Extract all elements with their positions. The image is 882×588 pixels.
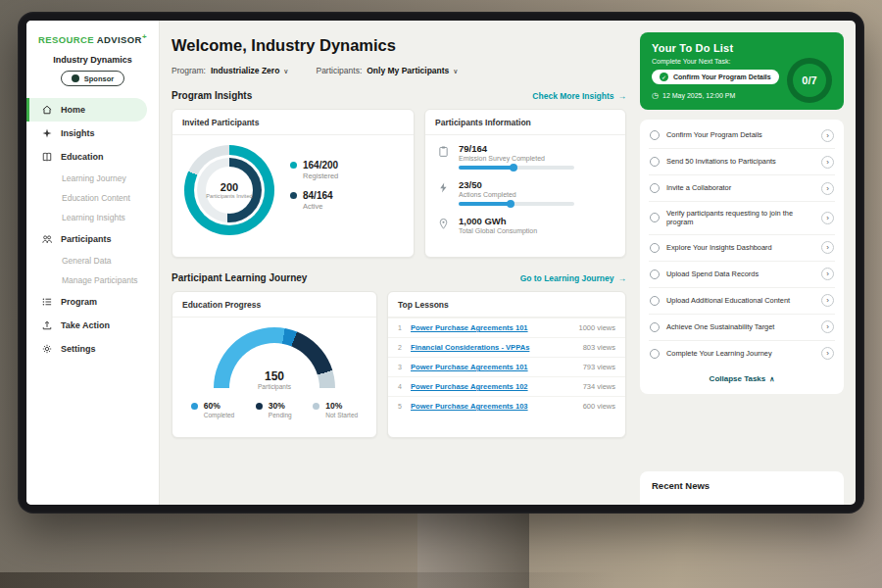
- todo-title: Your To Do List: [652, 42, 832, 54]
- go-to-learning-journey-link[interactable]: Go to Learning Journey→: [520, 273, 626, 283]
- checkbox-icon[interactable]: [650, 183, 660, 193]
- task-row[interactable]: Invite a Collaborator ›: [649, 175, 835, 202]
- sidebar-item-education[interactable]: Education: [26, 145, 159, 169]
- task-row[interactable]: Achieve One Sustainability Target ›: [649, 315, 835, 341]
- learning-journey-title: Participant Learning Journey: [172, 272, 307, 283]
- teal-dot-icon: [290, 162, 297, 169]
- gear-icon: [40, 343, 53, 356]
- sidebar-item-label: Take Action: [61, 320, 110, 330]
- donut-center-label: Participants Invited: [206, 193, 252, 200]
- sidebar-item-program[interactable]: Program: [26, 290, 159, 314]
- lesson-link[interactable]: Power Purchase Agreements 101: [411, 363, 583, 371]
- gauge-center-value: 150: [214, 369, 335, 383]
- sidebar-item-label: General Data: [62, 256, 112, 266]
- lesson-link[interactable]: Financial Considerations - VPPAs: [411, 343, 583, 352]
- invited-legend: 164/200 Registered 84/164 Active: [290, 160, 338, 220]
- sidebar-item-education-content[interactable]: Education Content: [26, 188, 159, 208]
- chevron-right-icon[interactable]: ›: [821, 182, 834, 195]
- recent-news-card: Recent News: [640, 471, 844, 505]
- chevron-right-icon[interactable]: ›: [821, 268, 834, 280]
- sidebar-item-insights[interactable]: Insights: [26, 122, 159, 145]
- sidebar-item-take-action[interactable]: Take Action: [26, 314, 159, 337]
- chevron-right-icon[interactable]: ›: [821, 241, 834, 254]
- sponsor-label: Sponsor: [84, 74, 114, 83]
- sponsor-badge[interactable]: Sponsor: [61, 71, 124, 86]
- participants-filter-value: Only My Participants: [367, 66, 449, 75]
- logo-resource: RESOURCE: [38, 34, 94, 45]
- sidebar-item-label: Learning Insights: [62, 213, 125, 222]
- org-name: Industry Dynamics: [26, 55, 159, 65]
- task-row[interactable]: Upload Additional Educational Content ›: [649, 288, 835, 315]
- pale-dot-icon: [313, 403, 319, 410]
- task-row[interactable]: Upload Spend Data Records ›: [649, 262, 835, 288]
- task-row[interactable]: Confirm Your Program Details ›: [649, 122, 835, 149]
- sidebar-item-settings[interactable]: Settings: [26, 337, 159, 361]
- program-filter-label: Program:: [172, 66, 206, 75]
- checkbox-icon[interactable]: [650, 270, 660, 279]
- chevron-right-icon[interactable]: ›: [821, 212, 834, 224]
- lesson-link[interactable]: Power Purchase Agreements 103: [411, 402, 583, 411]
- next-task-pill[interactable]: ✓ Confirm Your Program Details: [652, 70, 779, 84]
- sidebar-item-participants[interactable]: Participants: [26, 227, 159, 251]
- bolt-icon: [437, 180, 450, 195]
- chevron-down-icon: ∨: [283, 68, 288, 74]
- lesson-link[interactable]: Power Purchase Agreements 101: [411, 323, 578, 332]
- sidebar-item-general-data[interactable]: General Data: [26, 251, 159, 270]
- check-more-insights-link[interactable]: Check More Insights→: [532, 91, 626, 101]
- checkbox-icon[interactable]: [650, 296, 660, 306]
- sidebar-item-label: Manage Participants: [62, 275, 138, 285]
- app-logo: RESOURCE ADVISOR+: [26, 32, 159, 45]
- sidebar-item-label: Education Content: [62, 193, 130, 203]
- info-row-consumption: 1,000 GWh Total Global Consumption: [425, 208, 625, 236]
- lesson-row: 2 Financial Considerations - VPPAs 803 v…: [388, 337, 625, 357]
- invited-participants-card: Invited Participants 200 Participants In…: [172, 109, 415, 258]
- lesson-row: 1 Power Purchase Agreements 101 1000 vie…: [388, 318, 625, 337]
- card-title: Top Lessons: [388, 292, 625, 318]
- task-row[interactable]: Complete Your Learning Journey ›: [649, 341, 835, 367]
- blue-dot-icon: [191, 403, 198, 410]
- card-title: Invited Participants: [172, 110, 414, 135]
- clipboard-icon: [437, 144, 450, 159]
- lesson-link[interactable]: Power Purchase Agreements 102: [411, 382, 583, 391]
- collapse-tasks-link[interactable]: Collapse Tasks∧: [649, 367, 835, 392]
- lesson-row: 3 Power Purchase Agreements 101 793 view…: [388, 357, 625, 376]
- legend-active: 84/164 Active: [290, 190, 338, 211]
- logo-plus: +: [142, 32, 147, 41]
- sidebar-item-learning-insights[interactable]: Learning Insights: [26, 208, 159, 227]
- top-lessons-card: Top Lessons 1 Power Purchase Agreements …: [387, 291, 626, 438]
- task-row[interactable]: Verify participants requesting to join t…: [649, 202, 835, 235]
- task-row[interactable]: Explore Your Insights Dashboard ›: [649, 235, 835, 262]
- todo-summary-card: Your To Do List Complete Your Next Task:…: [640, 32, 844, 110]
- invited-donut-chart: 200 Participants Invited: [184, 145, 274, 235]
- program-insights-header: Program Insights Check More Insights→: [172, 90, 626, 101]
- location-pin-icon: [437, 217, 450, 231]
- checkbox-icon[interactable]: [650, 243, 660, 253]
- chevron-right-icon[interactable]: ›: [821, 294, 834, 307]
- checkbox-icon[interactable]: [650, 157, 660, 167]
- app-screen: RESOURCE ADVISOR+ Industry Dynamics Spon…: [26, 21, 856, 505]
- card-title: Education Progress: [172, 292, 376, 318]
- checkbox-icon[interactable]: [650, 130, 660, 140]
- sidebar-item-learning-journey[interactable]: Learning Journey: [26, 169, 159, 188]
- chevron-right-icon[interactable]: ›: [821, 347, 834, 360]
- sidebar-item-manage-participants[interactable]: Manage Participants: [26, 270, 159, 290]
- checkbox-icon[interactable]: [650, 349, 660, 359]
- participants-filter[interactable]: Participants:Only My Participants∨: [316, 66, 458, 75]
- lesson-row: 5 Power Purchase Agreements 103 600 view…: [388, 396, 625, 416]
- education-legend: 60% Completed 30% Pending 10% Not Starte…: [172, 401, 376, 418]
- checkbox-icon[interactable]: [650, 322, 660, 332]
- book-icon: [40, 151, 53, 164]
- task-row[interactable]: Send 50 Invitations to Participants ›: [649, 149, 835, 175]
- chevron-right-icon[interactable]: ›: [821, 129, 834, 142]
- sidebar-item-label: Home: [61, 105, 85, 115]
- chevron-right-icon[interactable]: ›: [821, 156, 834, 169]
- program-filter[interactable]: Program:Industrialize Zero∨: [172, 66, 288, 75]
- sidebar-item-home[interactable]: Home: [26, 98, 147, 122]
- sidebar: RESOURCE ADVISOR+ Industry Dynamics Spon…: [26, 21, 160, 505]
- chevron-right-icon[interactable]: ›: [821, 320, 834, 333]
- donut-center-value: 200: [220, 181, 238, 193]
- upload-arrow-icon: [40, 319, 53, 332]
- participants-filter-label: Participants:: [316, 66, 362, 75]
- checkbox-icon[interactable]: [650, 213, 660, 222]
- sidebar-item-label: Program: [61, 297, 97, 307]
